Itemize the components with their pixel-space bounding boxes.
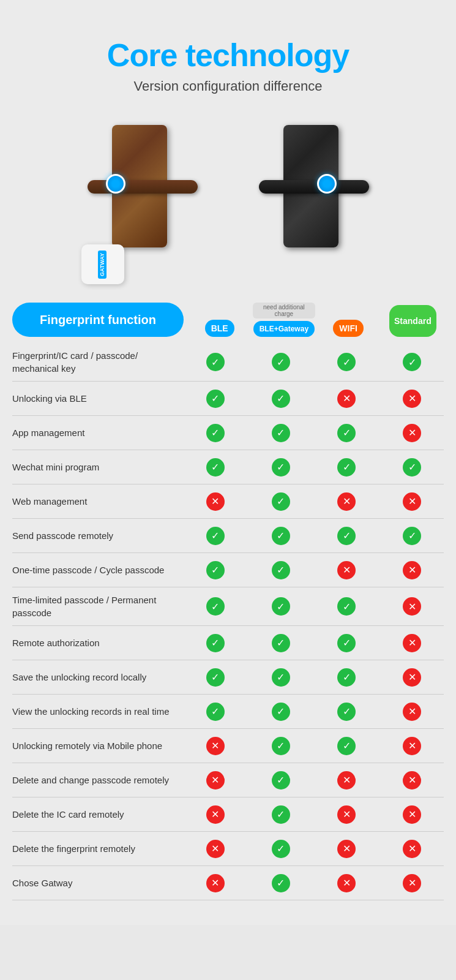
row-feature-label: One-time passcode / Cycle passcode — [12, 564, 184, 576]
row-columns — [184, 458, 444, 477]
table-rows: Fingerprint/IC card / passcode/ mechanic… — [12, 343, 444, 900]
table-row: Web management — [12, 484, 444, 519]
row-feature-label: Remote authorization — [12, 636, 184, 649]
check-no-icon — [337, 771, 356, 790]
check-yes-icon — [272, 634, 290, 652]
comparison-table: Fingerprint function BLE need additional… — [0, 303, 456, 900]
row-col-ble — [184, 805, 247, 824]
images-row: GATWAY — [0, 113, 456, 303]
row-col-ble_gateway — [249, 703, 312, 721]
table-row: App management — [12, 416, 444, 450]
table-row: View the unlocking records in real time — [12, 695, 444, 729]
row-col-ble — [184, 634, 247, 652]
row-col-ble_gateway — [249, 668, 312, 687]
check-yes-icon — [206, 703, 225, 721]
check-no-icon — [206, 874, 225, 892]
feature-column-header: Fingerprint function — [12, 303, 184, 337]
row-col-ble — [184, 597, 247, 616]
check-yes-icon — [337, 458, 356, 477]
row-col-wifi — [315, 424, 378, 442]
check-yes-icon — [337, 634, 356, 652]
fingerprint-sensor-right — [317, 174, 337, 194]
row-columns — [184, 771, 444, 790]
lock-image-left: GATWAY — [75, 125, 210, 284]
check-yes-icon — [337, 703, 356, 721]
check-no-icon — [206, 805, 225, 824]
table-row: Remote authorization — [12, 626, 444, 660]
check-no-icon — [337, 390, 356, 408]
check-yes-icon — [272, 424, 290, 442]
check-no-icon — [403, 668, 421, 687]
check-yes-icon — [403, 458, 421, 477]
table-row: Chose Gatway — [12, 866, 444, 900]
check-no-icon — [403, 737, 421, 755]
row-col-ble_gateway — [249, 492, 312, 511]
row-col-standard — [381, 353, 444, 371]
row-col-wifi — [315, 737, 378, 755]
row-columns — [184, 424, 444, 442]
row-feature-label: Save the unlocking record locally — [12, 671, 184, 684]
check-yes-icon — [337, 527, 356, 545]
main-title: Core technology — [18, 37, 438, 74]
row-columns — [184, 703, 444, 721]
check-yes-icon — [206, 527, 225, 545]
check-no-icon — [403, 390, 421, 408]
check-no-icon — [337, 840, 356, 858]
row-columns — [184, 634, 444, 652]
row-col-standard — [381, 737, 444, 755]
check-no-icon — [206, 840, 225, 858]
row-feature-label: Delete the fingerprint remotely — [12, 842, 184, 855]
row-col-ble — [184, 703, 247, 721]
row-col-standard — [381, 634, 444, 652]
check-no-icon — [403, 703, 421, 721]
row-col-standard — [381, 597, 444, 616]
row-col-ble_gateway — [249, 874, 312, 892]
row-col-ble_gateway — [249, 634, 312, 652]
col-header-ble-gateway: need additional charge BLE+Gateway — [253, 303, 315, 337]
col-header-standard: Standard — [382, 305, 444, 337]
check-yes-icon — [272, 874, 290, 892]
check-yes-icon — [206, 561, 225, 579]
check-yes-icon — [272, 840, 290, 858]
check-no-icon — [403, 561, 421, 579]
check-no-icon — [403, 874, 421, 892]
check-yes-icon — [206, 668, 225, 687]
row-col-ble — [184, 840, 247, 858]
table-row: Time-limited passcode / Permanent passco… — [12, 587, 444, 626]
row-feature-label: Fingerprint/IC card / passcode/ mechanic… — [12, 349, 184, 375]
check-yes-icon — [272, 737, 290, 755]
row-feature-label: App management — [12, 426, 184, 439]
check-yes-icon — [337, 424, 356, 442]
lock-image-right — [247, 125, 381, 284]
row-feature-label: Chose Gatway — [12, 876, 184, 889]
lock-handle-left — [88, 180, 198, 194]
row-col-ble_gateway — [249, 458, 312, 477]
row-col-ble_gateway — [249, 805, 312, 824]
row-columns — [184, 840, 444, 858]
check-yes-icon — [206, 458, 225, 477]
check-yes-icon — [272, 703, 290, 721]
row-col-wifi — [315, 771, 378, 790]
gateway-box: GATWAY — [81, 244, 124, 284]
row-col-ble — [184, 771, 247, 790]
table-row: Fingerprint/IC card / passcode/ mechanic… — [12, 343, 444, 382]
check-yes-icon — [272, 353, 290, 371]
table-row: Unlocking via BLE — [12, 382, 444, 416]
check-yes-icon — [272, 492, 290, 511]
row-col-standard — [381, 561, 444, 579]
row-col-ble — [184, 424, 247, 442]
row-col-ble_gateway — [249, 737, 312, 755]
wifi-tag: WIFI — [333, 320, 364, 337]
row-columns — [184, 527, 444, 545]
row-col-ble_gateway — [249, 840, 312, 858]
row-col-standard — [381, 458, 444, 477]
row-col-standard — [381, 390, 444, 408]
check-yes-icon — [272, 527, 290, 545]
check-yes-icon — [206, 424, 225, 442]
row-columns — [184, 561, 444, 579]
row-feature-label: Time-limited passcode / Permanent passco… — [12, 594, 184, 619]
row-col-ble_gateway — [249, 771, 312, 790]
row-col-wifi — [315, 634, 378, 652]
table-row: Unlocking remotely via Mobile phone — [12, 729, 444, 763]
table-row: Delete the IC card remotely — [12, 797, 444, 832]
